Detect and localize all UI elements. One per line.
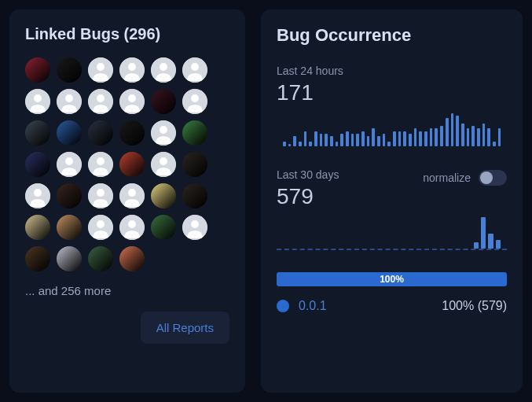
avatar[interactable] [88,120,113,146]
avatar[interactable] [25,183,50,208]
svg-point-33 [97,220,105,228]
linked-bugs-title: Linked Bugs (296) [25,25,229,43]
avatar[interactable] [88,89,113,114]
chart-bar [325,134,328,146]
svg-point-19 [160,126,167,134]
chart-bar [377,136,380,146]
avatar[interactable] [119,152,145,177]
normalize-label: normalize [423,171,471,184]
chart-bar [351,134,354,146]
avatar[interactable] [182,89,207,114]
svg-point-37 [191,220,199,228]
chart-bar [446,118,449,146]
avatar[interactable] [88,57,113,83]
avatar[interactable] [119,215,145,240]
avatar[interactable] [182,152,207,177]
normalize-toggle[interactable] [479,170,507,186]
chart-bar [444,247,449,249]
chart-bar [320,134,323,146]
chart-bar [488,234,493,249]
svg-point-15 [128,94,136,102]
svg-point-17 [191,94,199,102]
more-count-text: ... and 256 more [25,284,229,297]
chart-bar [419,131,422,146]
avatar[interactable] [151,120,176,146]
chart-bar [437,247,442,249]
chart-bar [283,142,286,146]
avatar[interactable] [57,120,82,146]
chart-bar [349,247,354,249]
avatar[interactable] [119,183,145,208]
avatar[interactable] [88,183,113,208]
chart-bar [467,128,470,146]
chart-bar [372,128,375,146]
chart-bar [435,128,438,146]
svg-point-25 [160,157,167,165]
avatar[interactable] [151,57,176,83]
all-reports-button[interactable]: All Reports [141,312,229,344]
last-24h-value: 171 [277,80,507,105]
avatar[interactable] [119,57,145,83]
chart-bar [336,142,339,146]
chart-bar [451,113,454,146]
version-stats: 100% (579) [442,299,507,313]
svg-point-27 [34,189,42,197]
avatar[interactable] [182,57,207,83]
avatar[interactable] [119,89,145,114]
last-30d-value: 579 [277,184,339,209]
avatar[interactable] [88,246,113,271]
linked-bugs-panel: Linked Bugs (296) ... and 256 more All R… [9,9,245,393]
avatar[interactable] [88,215,113,240]
bug-occurrence-panel: Bug Occurrence Last 24 hours 171 Last 30… [261,9,523,393]
version-row: 0.0.1 100% (579) [277,299,507,313]
chart-bar [398,131,402,146]
avatar[interactable] [151,215,176,240]
chart-bar [378,247,383,249]
avatar[interactable] [25,89,50,114]
avatar[interactable] [119,246,145,271]
avatar[interactable] [57,152,82,177]
avatar[interactable] [88,152,113,177]
chart-bar [312,247,317,249]
last-30d-label: Last 30 days [277,168,339,181]
chart-bar [477,128,480,146]
avatar[interactable] [57,89,82,114]
avatar[interactable] [57,57,82,83]
avatar[interactable] [182,215,207,240]
avatar[interactable] [182,120,207,146]
chart-24h [277,113,507,146]
chart-bar [481,217,486,249]
chart-bar [309,142,312,146]
chart-bar [304,131,307,146]
chart-bar [330,136,333,146]
svg-point-9 [34,94,42,102]
svg-point-1 [97,63,105,71]
svg-point-31 [128,189,136,197]
svg-point-3 [128,63,136,71]
svg-point-5 [160,63,167,71]
svg-point-35 [128,220,136,228]
chart-bar [367,136,370,146]
avatar[interactable] [151,89,176,114]
avatar[interactable] [25,120,50,146]
avatar[interactable] [151,183,176,208]
avatar[interactable] [151,152,176,177]
chart-bar [400,247,405,249]
avatar[interactable] [119,120,145,146]
version-progress-bar: 100% [277,272,507,286]
chart-bar [298,247,303,249]
avatar[interactable] [57,246,82,271]
chart-bar [456,116,459,146]
avatar[interactable] [57,183,82,208]
avatar[interactable] [182,183,207,208]
chart-bar [452,247,457,249]
svg-point-11 [65,94,73,102]
avatar[interactable] [25,57,50,83]
avatar[interactable] [57,215,82,240]
avatar[interactable] [25,246,50,271]
chart-bar [371,247,376,249]
chart-bar [498,128,501,146]
avatar[interactable] [25,152,50,177]
avatar[interactable] [25,215,50,240]
avatar-grid [25,57,229,271]
